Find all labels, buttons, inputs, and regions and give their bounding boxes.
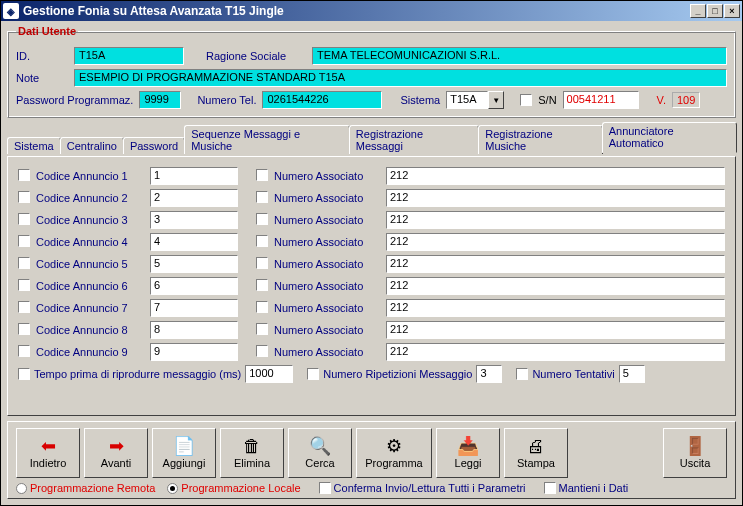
annuncio-row: Codice Annuncio 44Numero Associato212	[18, 233, 725, 251]
tab-password[interactable]: Password	[123, 137, 185, 154]
tentativi-field[interactable]: 5	[619, 365, 645, 383]
tab-reg-musiche[interactable]: Registrazione Musiche	[478, 125, 602, 154]
conferma-checkbox[interactable]	[319, 482, 331, 494]
numero-associato-field[interactable]: 212	[386, 299, 725, 317]
tempo-field[interactable]: 1000	[245, 365, 293, 383]
numero-associato-field[interactable]: 212	[386, 211, 725, 229]
add-icon: 📄	[173, 437, 195, 455]
trash-icon: 🗑	[243, 437, 261, 455]
numero-associato-label: Numero Associato	[274, 258, 382, 270]
sistema-combo[interactable]: T15A ▼	[446, 91, 504, 109]
programma-button[interactable]: ⚙ Programma	[356, 428, 432, 478]
numero-associato-label: Numero Associato	[274, 192, 382, 204]
numero-associato-checkbox[interactable]	[256, 235, 268, 247]
tab-centralino[interactable]: Centralino	[60, 137, 124, 154]
codice-annuncio-field[interactable]: 1	[150, 167, 238, 185]
ragione-field[interactable]: TEMA TELECOMUNICAZIONI S.R.L.	[312, 47, 727, 65]
codice-annuncio-checkbox[interactable]	[18, 345, 30, 357]
indietro-button[interactable]: ⬅ Indietro	[16, 428, 80, 478]
numero-associato-field[interactable]: 212	[386, 255, 725, 273]
annuncio-row: Codice Annuncio 22Numero Associato212	[18, 189, 725, 207]
codice-annuncio-checkbox[interactable]	[18, 191, 30, 203]
numero-associato-checkbox[interactable]	[256, 257, 268, 269]
program-icon: ⚙	[386, 437, 402, 455]
numero-associato-label: Numero Associato	[274, 236, 382, 248]
codice-annuncio-field[interactable]: 2	[150, 189, 238, 207]
chevron-down-icon[interactable]: ▼	[488, 91, 504, 109]
codice-annuncio-checkbox[interactable]	[18, 169, 30, 181]
numero-tel-label: Numero Tel.	[197, 94, 256, 106]
aggiungi-button[interactable]: 📄 Aggiungi	[152, 428, 216, 478]
tab-sequenze[interactable]: Sequenze Messaggi e Musiche	[184, 125, 350, 154]
numero-associato-checkbox[interactable]	[256, 345, 268, 357]
numero-associato-checkbox[interactable]	[256, 301, 268, 313]
prog-locale-radio[interactable]	[167, 483, 178, 494]
codice-annuncio-field[interactable]: 4	[150, 233, 238, 251]
mantieni-checkbox[interactable]	[544, 482, 556, 494]
sn-label: S/N	[538, 94, 556, 106]
numero-associato-checkbox[interactable]	[256, 213, 268, 225]
codice-annuncio-field[interactable]: 8	[150, 321, 238, 339]
tab-sistema[interactable]: Sistema	[7, 137, 61, 154]
mantieni-label: Mantieni i Dati	[559, 482, 629, 494]
codice-annuncio-field[interactable]: 7	[150, 299, 238, 317]
numero-associato-field[interactable]: 212	[386, 189, 725, 207]
codice-annuncio-field[interactable]: 6	[150, 277, 238, 295]
numero-associato-checkbox[interactable]	[256, 323, 268, 335]
uscita-button[interactable]: 🚪 Uscita	[663, 428, 727, 478]
elimina-button[interactable]: 🗑 Elimina	[220, 428, 284, 478]
leggi-button[interactable]: 📥 Leggi	[436, 428, 500, 478]
numero-associato-field[interactable]: 212	[386, 277, 725, 295]
v-field: 109	[672, 92, 700, 108]
prog-remota-radio[interactable]	[16, 483, 27, 494]
numero-associato-field[interactable]: 212	[386, 321, 725, 339]
codice-annuncio-checkbox[interactable]	[18, 323, 30, 335]
password-field[interactable]: 9999	[139, 91, 181, 109]
annuncio-row: Codice Annuncio 66Numero Associato212	[18, 277, 725, 295]
ripetizioni-checkbox[interactable]	[307, 368, 319, 380]
annuncio-row: Codice Annuncio 55Numero Associato212	[18, 255, 725, 273]
tempo-checkbox[interactable]	[18, 368, 30, 380]
stampa-label: Stampa	[517, 457, 555, 469]
codice-annuncio-field[interactable]: 5	[150, 255, 238, 273]
tentativi-label: Numero Tentativi	[532, 368, 614, 380]
numero-associato-checkbox[interactable]	[256, 279, 268, 291]
codice-annuncio-checkbox[interactable]	[18, 257, 30, 269]
numero-associato-checkbox[interactable]	[256, 191, 268, 203]
codice-annuncio-checkbox[interactable]	[18, 213, 30, 225]
stampa-button[interactable]: 🖨 Stampa	[504, 428, 568, 478]
note-field[interactable]: ESEMPIO DI PROGRAMMAZIONE STANDARD T15A	[74, 69, 727, 87]
v-label: V.	[657, 94, 666, 106]
tab-annunciatore[interactable]: Annunciatore Automatico	[602, 122, 737, 153]
codice-annuncio-field[interactable]: 3	[150, 211, 238, 229]
maximize-button[interactable]: □	[707, 4, 723, 18]
codice-annuncio-checkbox[interactable]	[18, 301, 30, 313]
cerca-button[interactable]: 🔍 Cerca	[288, 428, 352, 478]
sn-checkbox[interactable]	[520, 94, 532, 106]
prog-locale-label: Programmazione Locale	[181, 482, 300, 494]
numero-tel-field[interactable]: 0261544226	[262, 91, 382, 109]
codice-annuncio-field[interactable]: 9	[150, 343, 238, 361]
sn-field[interactable]: 00541211	[563, 91, 639, 109]
tab-reg-messaggi[interactable]: Registrazione Messaggi	[349, 125, 479, 154]
ragione-label: Ragione Sociale	[206, 50, 306, 62]
tentativi-checkbox[interactable]	[516, 368, 528, 380]
codice-annuncio-label: Codice Annuncio 5	[36, 258, 146, 270]
minimize-button[interactable]: _	[690, 4, 706, 18]
numero-associato-field[interactable]: 212	[386, 233, 725, 251]
window-title: Gestione Fonia su Attesa Avanzata T15 Ji…	[23, 4, 690, 18]
codice-annuncio-checkbox[interactable]	[18, 279, 30, 291]
tab-panel-annunciatore: Codice Annuncio 11Numero Associato212Cod…	[7, 156, 736, 416]
close-button[interactable]: ×	[724, 4, 740, 18]
annuncio-row: Codice Annuncio 99Numero Associato212	[18, 343, 725, 361]
avanti-button[interactable]: ➡ Avanti	[84, 428, 148, 478]
numero-associato-field[interactable]: 212	[386, 343, 725, 361]
codice-annuncio-label: Codice Annuncio 9	[36, 346, 146, 358]
codice-annuncio-label: Codice Annuncio 3	[36, 214, 146, 226]
id-field[interactable]: T15A	[74, 47, 184, 65]
codice-annuncio-checkbox[interactable]	[18, 235, 30, 247]
numero-associato-field[interactable]: 212	[386, 167, 725, 185]
ripetizioni-field[interactable]: 3	[476, 365, 502, 383]
search-icon: 🔍	[309, 437, 331, 455]
numero-associato-checkbox[interactable]	[256, 169, 268, 181]
